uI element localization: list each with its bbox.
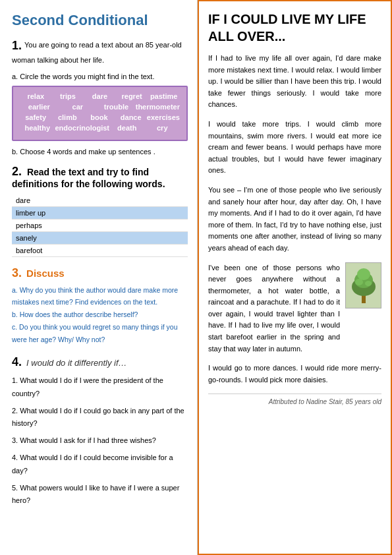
section2-number: 2.: [12, 165, 22, 178]
word-endocrinologist: endocrinologist: [55, 124, 110, 132]
word-safety: safety: [20, 113, 51, 121]
word-row-2: earlier car trouble thermometer: [20, 103, 180, 111]
word-row-3: safety climb book dance exercises: [20, 113, 180, 121]
word-row-4: healthy endocrinologist death cry: [20, 124, 180, 132]
word-regret: regret: [116, 92, 148, 100]
discuss-q2: b. How does the author describe herself?: [12, 308, 188, 321]
article-para-5: I would go to more dances. I would ride …: [208, 363, 381, 386]
word-relax: relax: [20, 92, 52, 100]
word-pastime: pastime: [148, 92, 180, 100]
vocab-word-dare: dare: [12, 194, 188, 207]
section1-intro-text: You are going to read a text about an 85…: [12, 41, 182, 64]
article-para-1: If I had to live my life all over again,…: [208, 53, 381, 111]
word-thermometer: thermometer: [136, 103, 180, 111]
section3: 3. Discuss a. Why do you think the autho…: [12, 266, 188, 346]
s4-q2: 2. What would I do if I could go back in…: [12, 405, 188, 431]
word-grid-box: relax trips dare regret pastime earlier …: [12, 86, 188, 141]
svg-point-3: [357, 268, 370, 280]
vocab-word-perhaps: perhaps: [12, 219, 188, 231]
word-healthy: healthy: [20, 124, 55, 132]
section3-label: Discuss: [26, 268, 65, 279]
vocab-word-sanely: sanely: [12, 231, 188, 244]
section2-desc: Read the text and try to find definition…: [12, 167, 165, 189]
section1: 1.You are going to read a text about an …: [12, 37, 188, 156]
s4-q1: 1. What would I do if I were the preside…: [12, 374, 188, 401]
main-title: Second Conditional: [12, 12, 188, 29]
section1-intro: 1.You are going to read a text about an …: [12, 37, 188, 66]
section3-header: 3. Discuss: [12, 266, 188, 280]
section2-header: 2. Read the text and try to find definit…: [12, 165, 188, 189]
article-para-4-text: I've been one of those persons who never…: [208, 262, 340, 355]
vocab-row-sanely: sanely: [12, 231, 188, 244]
article-body: If I had to live my life all over again,…: [208, 53, 381, 386]
section3-number: 3.: [12, 266, 22, 279]
discuss-questions: a. Why do you think the author would dar…: [12, 284, 188, 346]
section1-number: 1.: [12, 39, 22, 52]
article-image: [345, 262, 381, 308]
word-book: book: [83, 113, 115, 121]
svg-point-5: [365, 281, 372, 286]
discuss-q1: a. Why do you think the author would dar…: [12, 284, 188, 309]
word-trouble: trouble: [97, 103, 136, 111]
svg-point-4: [355, 279, 363, 285]
vocab-word-limber: limber up: [12, 206, 188, 219]
word-row-1: relax trips dare regret pastime: [20, 92, 180, 100]
section4: 4. I would do it differently if… 1. What…: [12, 355, 188, 508]
vocab-table: dare limber up perhaps sanely barefoot: [12, 194, 188, 257]
article-title: IF I COULD LIVE MY LIFE ALL OVER...: [208, 11, 381, 45]
right-column: IF I COULD LIVE MY LIFE ALL OVER... If I…: [198, 0, 392, 555]
article-para-2: I would take more trips. I would climb m…: [208, 119, 381, 177]
word-car: car: [59, 103, 98, 111]
word-dare: dare: [84, 92, 116, 100]
article-para-4-with-img: I've been one of those persons who never…: [208, 262, 381, 355]
left-column: Second Conditional 1.You are going to re…: [0, 0, 198, 555]
word-earlier: earlier: [20, 103, 59, 111]
vocab-row-limber: limber up: [12, 206, 188, 219]
word-trips: trips: [52, 92, 84, 100]
s4-q4: 4. What would I do if I could become inv…: [12, 452, 188, 478]
discuss-q3: c. Do you think you would regret so many…: [12, 321, 188, 346]
s4-q3: 3. What would I ask for if I had three w…: [12, 434, 188, 448]
word-exercises: exercises: [147, 113, 180, 121]
word-death: death: [109, 124, 145, 132]
word-cry: cry: [145, 124, 181, 132]
s4-q5: 5. What powers would I like to have if I…: [12, 482, 188, 508]
word-climb: climb: [51, 113, 83, 121]
vocab-row-barefoot: barefoot: [12, 244, 188, 256]
section4-label: I would do it differently if…: [26, 358, 126, 368]
section4-header: 4. I would do it differently if…: [12, 355, 188, 369]
vocab-word-barefoot: barefoot: [12, 244, 188, 256]
article-para-3: You see – I'm one of those people who li…: [208, 185, 381, 254]
section1-instruction-b: b. Choose 4 words and make up sentences …: [12, 148, 188, 156]
article-attribution: Attributed to Nadine Stair, 85 years old: [208, 398, 381, 405]
attribution-divider: [208, 394, 381, 394]
section2: 2. Read the text and try to find definit…: [12, 165, 188, 257]
section1-instruction-a: a. Circle the words you might find in th…: [12, 73, 188, 80]
vocab-row-perhaps: perhaps: [12, 219, 188, 231]
section4-number: 4.: [12, 355, 22, 368]
vocab-row-dare: dare: [12, 194, 188, 207]
word-dance: dance: [115, 113, 147, 121]
section4-questions: 1. What would I do if I were the preside…: [12, 374, 188, 508]
